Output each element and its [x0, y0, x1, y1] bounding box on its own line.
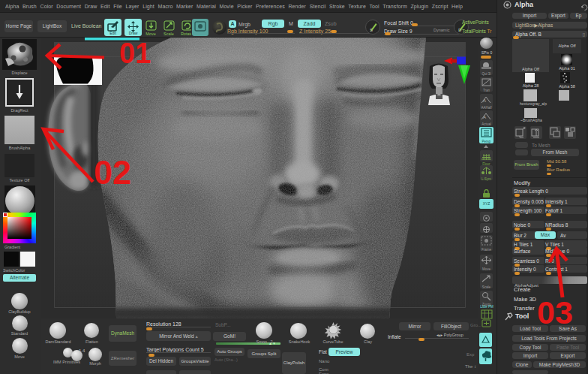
svg-text:A: A — [483, 98, 486, 103]
svg-text:Scale: Scale — [164, 32, 174, 36]
svg-text:Draw: Draw — [129, 31, 138, 35]
svg-text:Move: Move — [146, 32, 155, 36]
svg-text:S: S — [370, 28, 373, 32]
svg-text:A: A — [483, 115, 486, 119]
svg-text:Rotate: Rotate — [181, 32, 191, 36]
svg-text:Edit: Edit — [110, 31, 116, 35]
